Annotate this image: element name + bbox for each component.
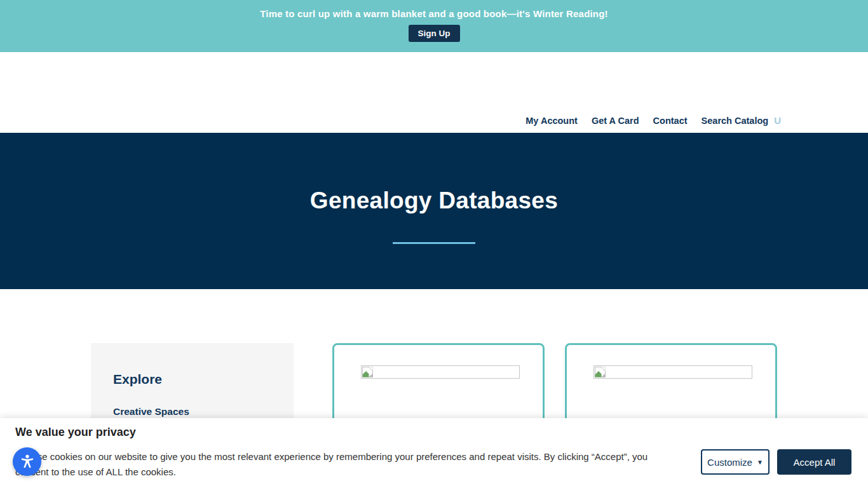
hero-section: Genealogy Databases <box>0 133 868 289</box>
broken-image-icon <box>595 367 606 377</box>
utility-link-search-catalog[interactable]: Search Catalog <box>702 116 769 126</box>
utility-link-my-account[interactable]: My Account <box>526 116 578 126</box>
page-root: Time to curl up with a warm blanket and … <box>0 0 868 488</box>
sidebar-item-creative-spaces[interactable]: Creative Spaces <box>113 406 294 417</box>
customize-button[interactable]: Customize ▼ <box>701 449 770 475</box>
hero-divider <box>393 242 475 244</box>
signup-button[interactable]: Sign Up <box>409 25 460 42</box>
accept-all-button[interactable]: Accept All <box>777 449 851 475</box>
accessibility-icon <box>18 453 36 471</box>
search-icon[interactable]: U <box>774 115 781 126</box>
site-header: Vigo County Public Library Logo My Accou… <box>0 52 868 133</box>
customize-button-label: Customize <box>707 457 752 468</box>
sidebar-title: Explore <box>113 372 294 387</box>
utility-nav: My Account Get A Card Contact Search Cat… <box>526 115 781 126</box>
cookie-consent-banner: We value your privacy We use cookies on … <box>0 418 868 488</box>
utility-link-contact[interactable]: Contact <box>653 116 688 126</box>
cookie-banner-message: We use cookies on our website to give yo… <box>15 449 682 480</box>
cookie-banner-title: We value your privacy <box>15 426 136 439</box>
page-title: Genealogy Databases <box>0 133 868 214</box>
promo-banner: Time to curl up with a warm blanket and … <box>0 0 868 52</box>
broken-image-placeholder <box>361 365 520 379</box>
chevron-down-icon: ▼ <box>757 459 763 466</box>
utility-link-get-a-card[interactable]: Get A Card <box>592 116 639 126</box>
broken-image-placeholder <box>593 365 752 379</box>
promo-message: Time to curl up with a warm blanket and … <box>0 0 868 19</box>
accessibility-widget-button[interactable] <box>13 447 41 476</box>
broken-image-icon <box>362 367 373 377</box>
